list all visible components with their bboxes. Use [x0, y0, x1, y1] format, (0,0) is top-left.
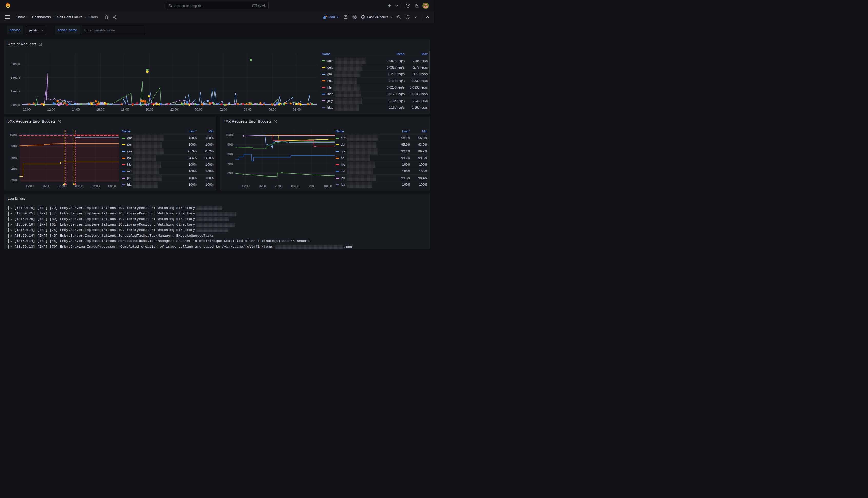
legend-sort-col1[interactable]: Mean — [378, 52, 404, 56]
breadcrumb-home[interactable]: Home — [16, 15, 26, 19]
external-link-icon[interactable] — [274, 120, 277, 123]
series-name-prefix: aut — [341, 136, 345, 140]
log-expand-chevron-icon[interactable]: ▶ — [11, 217, 12, 221]
legend-value-1: 92.2% — [391, 149, 410, 153]
log-expand-chevron-icon[interactable]: ▶ — [11, 206, 12, 210]
log-expand-chevron-icon[interactable]: ▶ — [11, 223, 12, 226]
legend-row[interactable]: jell99.6%98.4% — [335, 174, 427, 181]
legend-row[interactable]: del95.9%93.9% — [335, 141, 427, 148]
legend-row[interactable]: gra95.3%95.2% — [122, 148, 214, 155]
legend-row[interactable]: hle100%100% — [122, 161, 214, 168]
series-color-swatch — [122, 171, 125, 172]
legend-row[interactable]: del100%100% — [122, 141, 214, 148]
series-name-prefix: hle — [341, 163, 345, 167]
share-icon[interactable] — [113, 15, 117, 19]
5xx-chart-plot[interactable]: 100%80%60%40%20%12:0016:0020:0000:0004:0… — [8, 128, 121, 189]
legend-value-1: 0.0173 req/s — [378, 92, 404, 96]
rate-chart-plot[interactable]: 0 req/s1 req/s2 req/s3 req/s10:0012:0014… — [10, 52, 321, 113]
series-name-prefix: jell — [127, 176, 131, 180]
dashboard-settings-gear-icon[interactable] — [352, 15, 357, 19]
legend-row[interactable]: lda100%100% — [122, 181, 214, 188]
grafana-logo-icon[interactable] — [5, 2, 11, 9]
legend-row[interactable]: jelly0.185 req/s2.33 req/s — [322, 97, 428, 104]
legend-row[interactable]: aut58.1%56.8% — [335, 134, 427, 141]
menu-toggle-icon[interactable] — [5, 15, 10, 19]
legend-row[interactable]: jell100%100% — [122, 174, 214, 181]
legend-row[interactable]: gra92.2%86.2% — [335, 148, 427, 155]
zoom-out-button[interactable] — [397, 15, 401, 19]
search-input[interactable]: Search or jump to... ctrl+k — [166, 2, 269, 10]
legend-row[interactable]: ha.84.6%80.8% — [122, 155, 214, 161]
legend-row[interactable]: hle0.0250 req/s0.0333 req/s — [322, 84, 428, 91]
news-rss-icon[interactable] — [414, 3, 419, 8]
breadcrumb-folder[interactable]: Self Host Blocks — [57, 15, 82, 19]
legend-header: NameLast *Min — [122, 128, 214, 134]
breadcrumb-dashboards[interactable]: Dashboards — [32, 15, 51, 19]
legend-row[interactable]: auth0.0608 req/s2.85 req/s — [322, 57, 428, 64]
log-message: [14:00:10] [INF] [70] Emby.Server.Implem… — [14, 206, 195, 210]
refresh-button[interactable] — [405, 15, 410, 19]
log-row[interactable]: ▶[13:59:16] [INF] [61] Emby.Server.Imple… — [8, 222, 426, 227]
legend-row[interactable]: lda100%100% — [335, 181, 427, 188]
series-name-prefix: del — [341, 143, 345, 146]
legend-row[interactable]: ind100%100% — [122, 168, 214, 174]
log-expand-chevron-icon[interactable]: ▶ — [11, 234, 12, 237]
save-dashboard-button[interactable] — [344, 15, 348, 19]
legend-row[interactable]: aut100%100% — [122, 134, 214, 141]
series-color-swatch — [335, 144, 339, 145]
series-name-prefix: del — [127, 143, 132, 146]
legend-value-1: 100% — [178, 143, 197, 146]
legend-row[interactable]: hle100%100% — [335, 161, 427, 168]
log-row[interactable]: ▶[13:59:14] [INF] [75] Emby.Server.Imple… — [8, 227, 426, 233]
redacted-series-name — [134, 148, 164, 155]
log-row[interactable]: ▶[13:59:14] [INF] [45] Emby.Server.Imple… — [8, 233, 426, 239]
log-row[interactable]: ▶[13:59:25] [INF] [80] Emby.Server.Imple… — [8, 216, 426, 222]
log-level-bar — [8, 239, 9, 243]
refresh-interval-chevron-icon[interactable] — [414, 16, 417, 18]
user-avatar[interactable] — [423, 3, 429, 9]
legend-sort-name[interactable]: Name — [322, 52, 378, 56]
external-link-icon[interactable] — [58, 120, 61, 123]
legend-row[interactable]: gra0.201 req/s1.13 req/s — [322, 70, 428, 77]
4xx-chart-plot[interactable]: 100%90%80%70%60%12:0016:0020:0000:0004:0… — [224, 128, 337, 189]
legend-sort-col2[interactable]: Min — [197, 130, 214, 133]
legend-sort-col2[interactable]: Min — [410, 130, 427, 133]
favorite-star-icon[interactable] — [105, 15, 109, 19]
collapse-topbar-chevron-up-icon[interactable] — [426, 16, 429, 18]
time-range-picker[interactable]: Last 24 hours — [361, 15, 392, 19]
variable-server-name-input[interactable] — [82, 26, 144, 35]
new-chevron-down-icon[interactable] — [395, 5, 398, 7]
legend-sort-name[interactable]: Name — [122, 130, 178, 133]
legend-sort-col2[interactable]: Max — [404, 52, 428, 56]
log-row[interactable]: ▶[14:00:10] [INF] [70] Emby.Server.Imple… — [8, 205, 426, 211]
svg-text:06:00: 06:00 — [269, 108, 276, 112]
log-expand-chevron-icon[interactable]: ▶ — [11, 212, 12, 215]
svg-text:2 req/s: 2 req/s — [11, 76, 20, 79]
external-link-icon[interactable] — [39, 43, 42, 46]
legend-sort-col1[interactable]: Last * — [178, 130, 197, 133]
legend-row[interactable]: inde0.0173 req/s0.0333 req/s — [322, 91, 428, 97]
variable-service-select[interactable]: jellyfin — [26, 26, 46, 35]
log-expand-chevron-icon[interactable]: ▶ — [11, 228, 12, 232]
legend-row[interactable]: ldap0.167 req/s0.167 req/s — [322, 104, 428, 110]
panel-4xx-error-budgets: 4XX Requests Error Budgets 100%90%80%70%… — [220, 117, 430, 191]
series-color-swatch — [122, 178, 125, 179]
log-expand-chevron-icon[interactable]: ▶ — [11, 239, 12, 243]
topbar-actions — [388, 0, 434, 11]
log-row[interactable]: ▶[13:59:25] [INF] [44] Emby.Server.Imple… — [8, 211, 426, 217]
legend-row[interactable]: delu0.0327 req/s2.77 req/s — [322, 64, 428, 70]
new-plus-button[interactable] — [388, 4, 392, 8]
legend-row[interactable]: ha.99.7%99.6% — [335, 155, 427, 161]
legend-sort-name[interactable]: Name — [335, 130, 391, 133]
legend-value-2: 100% — [197, 143, 214, 146]
legend-scrollbar[interactable] — [429, 51, 430, 110]
add-panel-button[interactable]: Add — [323, 15, 339, 19]
help-icon[interactable] — [405, 3, 410, 8]
legend-sort-col1[interactable]: Last * — [391, 130, 410, 133]
log-row[interactable]: ▶[13:59:14] [INF] [45] Emby.Server.Imple… — [8, 238, 426, 244]
legend-value-2: 2.77 req/s — [404, 66, 428, 69]
log-expand-chevron-icon[interactable]: ▶ — [11, 245, 12, 248]
legend-row[interactable]: ind100%100% — [335, 168, 427, 174]
log-row[interactable]: ▶[13:59:13] [INF] [70] Emby.Drawing.Imag… — [8, 244, 426, 249]
legend-row[interactable]: ha.t0.118 req/s0.333 req/s — [322, 77, 428, 84]
